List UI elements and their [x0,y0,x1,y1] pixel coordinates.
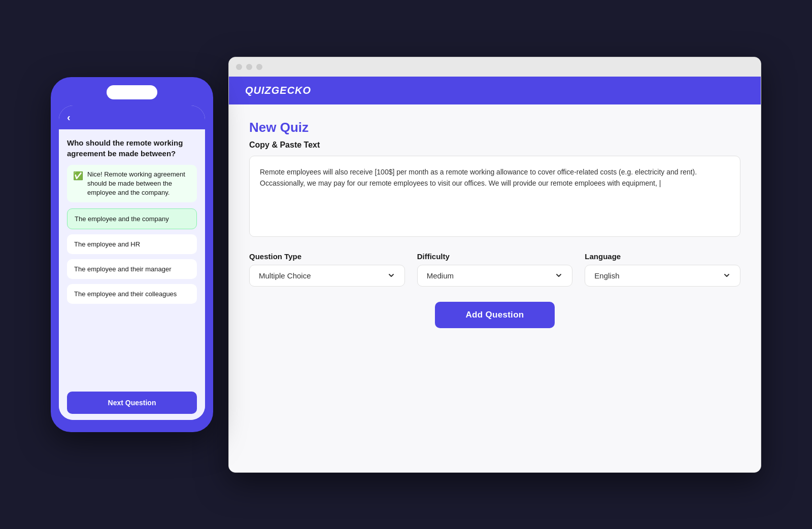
answer-option-3[interactable]: The employee and their manager [67,259,197,279]
quiz-question: Who should the remote working agreement … [67,137,197,159]
phone-notch [107,85,157,99]
difficulty-label: Difficulty [417,252,573,261]
question-type-value: Multiple Choice [259,271,311,280]
chevron-down-icon [387,271,395,279]
phone-footer: Next Question [59,381,205,420]
mobile-phone: ‹ Who should the remote working agreemen… [51,77,213,432]
phone-screen: ‹ Who should the remote working agreemen… [59,105,205,420]
app-logo: QUIZGECKO [245,85,311,96]
difficulty-group: Difficulty Medium [417,252,573,287]
browser-dot-green [256,64,262,70]
answer-option-2[interactable]: The employee and HR [67,234,197,254]
controls-row: Question Type Multiple Choice Difficulty… [249,252,740,287]
question-type-label: Question Type [249,252,405,261]
language-select[interactable]: English [585,265,740,287]
app-main: New Quiz Copy & Paste Text Remote employ… [229,104,761,472]
desktop-browser: QUIZGECKO New Quiz Copy & Paste Text Rem… [228,57,761,473]
browser-content: QUIZGECKO New Quiz Copy & Paste Text Rem… [229,77,761,472]
difficulty-value: Medium [427,271,454,280]
question-type-select[interactable]: Multiple Choice [249,265,405,287]
answer-option-1[interactable]: The employee and the company [67,208,197,229]
language-label: Language [585,252,740,261]
correct-answer-text: Nice! Remote working agreement should be… [87,170,191,198]
browser-titlebar [229,57,761,77]
back-arrow-icon[interactable]: ‹ [67,112,71,123]
correct-icon: ✅ [73,170,83,182]
question-type-group: Question Type Multiple Choice [249,252,405,287]
chevron-down-icon [555,271,563,279]
browser-dot-red [236,64,242,70]
chevron-down-icon [723,271,731,279]
app-header: QUIZGECKO [229,77,761,104]
text-area[interactable]: Remote employees will also receive [100$… [249,156,740,237]
correct-answer-box: ✅ Nice! Remote working agreement should … [67,165,197,203]
difficulty-select[interactable]: Medium [417,265,573,287]
answer-option-4-text: The employee and their colleagues [74,290,177,298]
phone-body: Who should the remote working agreement … [59,129,205,381]
answer-option-1-text: The employee and the company [75,215,169,223]
language-group: Language English [585,252,740,287]
answer-option-3-text: The employee and their manager [74,265,172,273]
answer-option-4[interactable]: The employee and their colleagues [67,284,197,304]
browser-dot-yellow [246,64,252,70]
page-title: New Quiz [249,120,740,135]
language-value: English [594,271,619,280]
add-question-button[interactable]: Add Question [435,302,554,328]
phone-header: ‹ [59,105,205,129]
next-question-button[interactable]: Next Question [67,392,197,414]
answer-option-2-text: The employee and HR [74,240,140,248]
section-label: Copy & Paste Text [249,140,740,150]
